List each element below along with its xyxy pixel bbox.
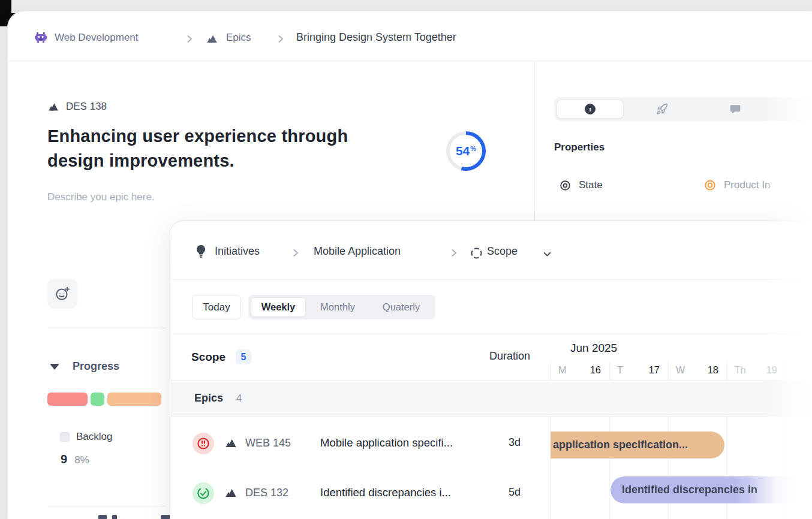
add-reaction-button[interactable] — [47, 279, 77, 309]
state-value: Product In — [724, 179, 771, 191]
header-divider — [8, 61, 812, 61]
chevron-right-icon — [291, 248, 300, 258]
smiley-plus-icon — [55, 286, 70, 301]
row-title[interactable]: Identified discrepancies i... — [320, 486, 451, 499]
section-divider — [47, 328, 165, 328]
properties-heading: Properties — [554, 141, 605, 153]
chevron-right-icon — [276, 34, 285, 44]
backlog-percent: 8% — [74, 454, 89, 466]
day-date: 17 — [649, 364, 660, 376]
scope-count-badge: 5 — [236, 349, 251, 364]
epic-title[interactable]: Enhancing user experience through design… — [47, 124, 395, 173]
epics-group-count: 4 — [236, 393, 242, 405]
clipped-text-fragment — [112, 515, 117, 519]
scope-timeline-modal: Initiatives Mobile Application Scope Tod… — [170, 221, 812, 519]
gantt-row[interactable]: DES 132 Identified discrepancies i... 5d… — [170, 466, 812, 516]
duration-column-header: Duration — [446, 350, 530, 363]
section-divider — [47, 506, 165, 506]
scope-column-header: Scope — [191, 351, 225, 364]
epic-mountain-icon — [224, 437, 237, 449]
day-header-cell: M 16 — [551, 361, 610, 382]
epic-progress-ring: 54 % — [446, 131, 486, 171]
gantt-header: Scope 5 Duration Jun 2025 M 16 T 17 W 18 — [170, 333, 812, 381]
backlog-legend-row: Backlog — [60, 431, 112, 443]
gantt-bar[interactable]: Identified discrepancies in — [610, 476, 808, 503]
day-header-cell: T 17 — [610, 361, 669, 382]
view-weekly[interactable]: Weekly — [251, 297, 306, 317]
property-state[interactable]: State — [560, 179, 603, 191]
epic-mountain-icon — [47, 101, 59, 113]
day-date: 16 — [590, 364, 601, 376]
progress-segment-peach — [107, 393, 161, 406]
modal-breadcrumb-root[interactable]: Initiatives — [215, 245, 260, 258]
backlog-label: Backlog — [76, 431, 112, 443]
epics-group-band[interactable]: Epics 4 — [170, 382, 812, 417]
breadcrumb: Web Development Epics Bringing Design Sy… — [8, 11, 812, 61]
breadcrumb-project[interactable]: Web Development — [55, 32, 139, 44]
tab-info[interactable]: i — [557, 99, 624, 119]
backlog-count: 9 — [61, 452, 67, 466]
progress-segment-red — [47, 393, 88, 406]
epic-identifier: DES 138 — [66, 101, 107, 113]
epics-group-label: Epics — [194, 392, 223, 405]
screen: Web Development Epics Bringing Design Sy… — [0, 0, 812, 519]
epic-identifier-row: DES 138 — [47, 101, 107, 113]
epic-mountain-icon — [224, 487, 237, 499]
day-date: 18 — [708, 364, 718, 376]
breadcrumb-current-page: Bringing Design System Together — [296, 31, 456, 44]
day-header-cell: W 18 — [669, 361, 727, 382]
bullseye-orange-icon — [704, 179, 716, 191]
scope-target-icon — [470, 247, 483, 260]
epic-mountain-icon — [206, 33, 218, 45]
view-quaterly[interactable]: Quaterly — [369, 297, 433, 317]
breadcrumb-section[interactable]: Epics — [226, 32, 251, 44]
project-monster-icon — [34, 31, 48, 46]
view-monthly[interactable]: Monthly — [306, 297, 369, 317]
initiative-bulb-icon — [194, 244, 208, 260]
gantt-row[interactable]: WEB 145 Mobile application specifi... 3d… — [170, 417, 812, 466]
row-duration: 3d — [509, 436, 521, 449]
day-date: 19 — [766, 364, 777, 376]
progress-unit: % — [470, 145, 476, 152]
day-of-week: Th — [735, 365, 746, 376]
row-duration: 5d — [509, 486, 521, 499]
chevron-right-icon — [449, 248, 459, 258]
collapse-triangle-icon — [50, 364, 59, 370]
state-label: State — [579, 179, 603, 191]
progress-section-header[interactable]: Progress — [50, 360, 119, 373]
day-of-week: T — [617, 365, 623, 376]
progress-value: 54 — [456, 144, 470, 158]
view-switcher: Weekly Monthly Quaterly — [248, 295, 435, 319]
today-button[interactable]: Today — [192, 295, 241, 319]
clipped-text-fragment — [161, 515, 170, 519]
state-circles-icon — [560, 180, 571, 191]
day-header-cell: Th 19 — [727, 361, 786, 382]
row-identifier: WEB 145 — [245, 437, 291, 449]
progress-segment-green — [91, 393, 104, 406]
month-header: Jun 2025 — [570, 342, 617, 355]
progress-section-label: Progress — [73, 360, 119, 373]
side-panel-tab-bar: i — [554, 97, 812, 121]
chevron-down-icon[interactable] — [542, 249, 552, 260]
rocket-icon[interactable] — [656, 103, 668, 115]
epic-description-placeholder[interactable]: Describe you epic here. — [47, 191, 155, 203]
row-title[interactable]: Mobile application specifi... — [320, 436, 453, 449]
progress-distribution-bar — [47, 393, 161, 406]
info-icon: i — [585, 104, 596, 114]
backlog-stats: 9 8% — [61, 452, 89, 466]
modal-breadcrumb-project[interactable]: Mobile Application — [314, 245, 401, 258]
property-state-value[interactable]: Product In — [704, 179, 771, 191]
row-identifier: DES 132 — [245, 487, 288, 499]
chevron-right-icon — [185, 34, 194, 44]
done-state-icon — [193, 482, 214, 504]
modal-breadcrumb-view[interactable]: Scope — [487, 245, 518, 258]
modal-header-divider — [170, 279, 812, 280]
backlog-swatch-icon — [60, 432, 70, 442]
blocked-state-icon — [193, 433, 214, 454]
gantt-bar[interactable]: application specification... — [551, 432, 724, 458]
gantt-body: Epics 4 WEB 145 Mobile applic — [170, 382, 812, 519]
comment-icon[interactable] — [729, 103, 741, 115]
day-of-week: M — [558, 365, 566, 376]
day-header-row: M 16 T 17 W 18 Th 19 — [551, 361, 786, 382]
day-of-week: W — [676, 365, 685, 376]
